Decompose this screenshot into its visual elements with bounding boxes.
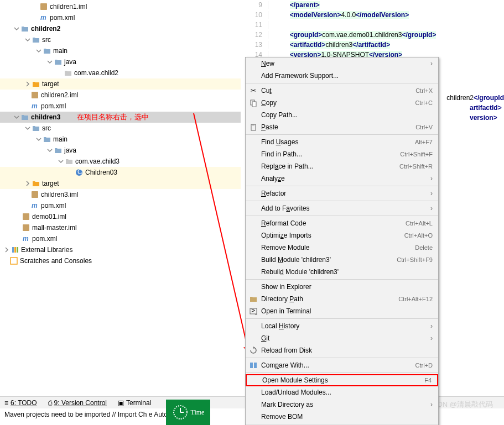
menu-rebuild-module[interactable]: Rebuild Module 'children3' [246, 266, 438, 278]
menu-paste[interactable]: PasteCtrl+V [246, 121, 438, 133]
svg-text:m: m [32, 202, 38, 209]
scratch-icon [10, 257, 18, 265]
chevron-right-icon: › [430, 204, 433, 212]
tree-folder[interactable]: java [0, 145, 241, 156]
menu-add-framework[interactable]: Add Framework Support... [246, 70, 438, 82]
separator [246, 134, 438, 135]
menu-local-history[interactable]: Local History› [246, 320, 438, 332]
chevron-down-icon[interactable] [58, 158, 64, 165]
menu-remove-module[interactable]: Remove ModuleDelete [246, 242, 438, 254]
maven-icon: m [31, 102, 39, 110]
menu-new[interactable]: New› [246, 57, 438, 70]
menu-analyze[interactable]: Analyze› [246, 172, 438, 185]
menu-find-usages[interactable]: Find UsagesAlt+F7 [246, 136, 438, 148]
menu-open-terminal[interactable]: >_Open in Terminal [246, 305, 438, 317]
tree-class[interactable]: CChildren03 [0, 167, 241, 178]
tree-external-libs[interactable]: External Libraries [0, 244, 241, 255]
menu-cut[interactable]: ✂CutCtrl+X [246, 85, 438, 97]
menu-replace-in-path[interactable]: Replace in Path...Ctrl+Shift+R [246, 160, 438, 172]
tree-package[interactable]: com.vae.child3 [0, 156, 241, 167]
class-icon: C [75, 169, 83, 176]
folder-icon [21, 113, 29, 121]
menu-remove-bom[interactable]: Remove BOM [246, 411, 438, 423]
tree-file[interactable]: mpom.xml [0, 200, 241, 211]
separator [246, 186, 438, 186]
tree-file[interactable]: children1.iml [0, 1, 241, 12]
chevron-down-icon[interactable] [24, 36, 31, 43]
separator [246, 216, 438, 216]
tab-todo[interactable]: ≡ 6: TODO [4, 399, 37, 407]
menu-mark-directory[interactable]: Mark Directory as› [246, 398, 438, 411]
menu-copy-path[interactable]: Copy Path... [246, 109, 438, 121]
menu-refactor[interactable]: Refactor› [246, 187, 438, 200]
menu-add-favorites[interactable]: Add to Favorites› [246, 202, 438, 214]
chevron-right-icon[interactable] [24, 81, 31, 87]
tree-folder[interactable]: target [0, 178, 241, 189]
menu-open-module-settings[interactable]: Open Module SettingsF4 [246, 374, 438, 386]
project-tree: children1.iml mpom.xml children2 src mai… [0, 0, 241, 398]
tree-file[interactable]: mpom.xml [0, 12, 241, 23]
separator [246, 372, 438, 373]
menu-show-explorer[interactable]: Show in Explorer [246, 281, 438, 293]
chevron-down-icon[interactable] [24, 125, 31, 132]
chevron-down-icon[interactable] [35, 48, 42, 54]
folder-icon [54, 58, 62, 66]
tree-folder[interactable]: main [0, 45, 241, 56]
copy-icon [249, 98, 258, 107]
svg-text:C: C [77, 169, 82, 176]
tree-folder[interactable]: src [0, 123, 241, 134]
menu-load-unload[interactable]: Load/Unload Modules... [246, 386, 438, 398]
menu-compare-with[interactable]: Compare With...Ctrl+D [246, 359, 438, 371]
tree-scratches[interactable]: Scratches and Consoles [0, 255, 241, 266]
svg-rect-12 [14, 247, 16, 253]
folder-icon [32, 80, 40, 88]
menu-optimize-imports[interactable]: Optimize ImportsCtrl+Alt+O [246, 229, 438, 242]
tab-terminal[interactable]: ▣ Terminal [118, 399, 151, 407]
menu-find-in-path[interactable]: Find in Path...Ctrl+Shift+F [246, 148, 438, 160]
svg-rect-14 [11, 258, 17, 264]
chevron-down-icon[interactable] [46, 147, 53, 154]
package-icon [64, 69, 72, 77]
menu-reload-disk[interactable]: Reload from Disk [246, 344, 438, 356]
tree-folder[interactable]: children2 [0, 23, 241, 34]
tree-folder[interactable]: java [0, 56, 241, 67]
maven-icon: m [40, 14, 48, 22]
menu-copy[interactable]: CopyCtrl+C [246, 97, 438, 109]
tree-file[interactable]: mall-master.iml [0, 222, 241, 233]
menu-reformat[interactable]: Reformat CodeCtrl+Alt+L [246, 217, 438, 229]
folder-icon [249, 295, 258, 303]
svg-text:m: m [23, 235, 29, 243]
tree-file[interactable]: demo01.iml [0, 211, 241, 222]
svg-text:>_: >_ [251, 307, 257, 314]
chevron-right-icon: › [430, 334, 433, 342]
iml-icon [22, 213, 30, 221]
separator [246, 424, 438, 424]
chevron-down-icon[interactable] [13, 25, 20, 32]
svg-rect-9 [23, 224, 29, 231]
chevron-down-icon[interactable] [46, 59, 53, 65]
tree-folder[interactable]: src [0, 34, 241, 45]
menu-git[interactable]: Git› [246, 332, 438, 344]
chevron-right-icon[interactable] [24, 180, 31, 187]
menu-directory-path[interactable]: Directory PathCtrl+Alt+F12 [246, 293, 438, 305]
tree-folder-selected[interactable]: children3在项目名称右击，选中 [0, 112, 241, 123]
tab-version-control[interactable]: ⎙ 9: Version Control [48, 399, 107, 407]
svg-rect-13 [17, 247, 18, 253]
chevron-down-icon[interactable] [35, 136, 42, 143]
chevron-right-icon: › [430, 322, 433, 330]
chevron-right-icon[interactable] [3, 246, 10, 253]
tree-file[interactable]: mpom.xml [0, 233, 241, 244]
tree-folder[interactable]: target [0, 78, 241, 90]
svg-rect-6 [32, 191, 38, 198]
tree-folder[interactable]: main [0, 134, 241, 145]
tree-file[interactable]: mpom.xml [0, 101, 241, 112]
paste-icon [249, 123, 258, 132]
chevron-right-icon: › [430, 175, 433, 182]
chevron-down-icon[interactable] [13, 114, 20, 120]
tree-package[interactable]: com.vae.child2 [0, 67, 241, 78]
iml-icon [31, 91, 39, 99]
tree-file[interactable]: children3.iml [0, 189, 241, 200]
clock-widget: Time [166, 400, 210, 425]
menu-build-module[interactable]: Build Module 'children3'Ctrl+Shift+F9 [246, 254, 438, 266]
tree-file[interactable]: children2.iml [0, 90, 241, 101]
